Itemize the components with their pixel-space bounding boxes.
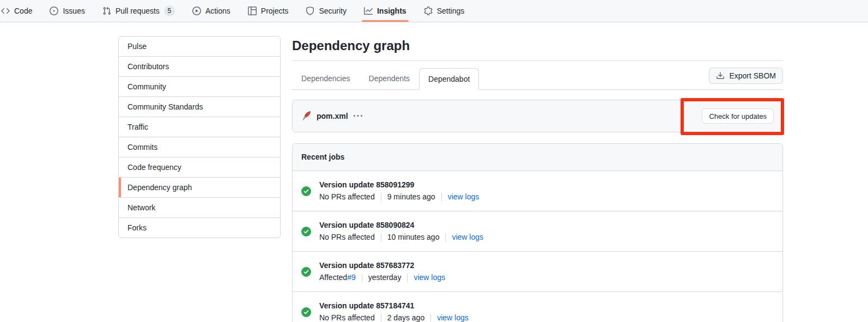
sidebar-item-network[interactable]: Network (119, 197, 280, 217)
export-sbom-button[interactable]: Export SBOM (709, 68, 783, 84)
code-icon (1, 7, 10, 15)
download-icon (716, 71, 725, 80)
nav-item-actions[interactable]: Actions (187, 0, 236, 22)
job-title: Version update 857184741 (319, 300, 469, 312)
gear-icon (424, 7, 433, 15)
nav-item-label: Actions (205, 7, 230, 15)
repo-tab-bar: CodeIssuesPull requests5ActionsProjectsS… (0, 0, 868, 22)
job-details: No PRs affected9 minutes agoview logs (319, 191, 479, 203)
manifest-filename: pom.xml (317, 112, 348, 120)
nav-item-label: Issues (63, 7, 84, 15)
recent-jobs-header: Recent jobs (293, 144, 782, 171)
pipe-divider (445, 233, 446, 242)
job-timestamp: 9 minutes ago (387, 191, 435, 203)
recent-jobs-panel: Recent jobs Version update 858091299No P… (292, 143, 783, 322)
check-for-updates-button[interactable]: Check for updates (702, 108, 774, 124)
manifest-section: pom.xml Check for updates (292, 100, 783, 132)
pipe-divider (381, 193, 381, 202)
sidebar-item-contributors[interactable]: Contributors (119, 56, 280, 76)
nav-item-code[interactable]: Code (0, 0, 38, 22)
jobs-list: Version update 858091299No PRs affected9… (293, 171, 782, 322)
sidebar-item-community-standards[interactable]: Community Standards (119, 96, 280, 117)
view-logs-link[interactable]: view logs (448, 191, 479, 203)
view-logs-link[interactable]: view logs (452, 232, 483, 243)
job-prs-status: No PRs affected (319, 191, 375, 203)
page-content: PulseContributorsCommunityCommunity Stan… (0, 22, 868, 322)
nav-item-label: Pull requests (116, 7, 160, 15)
nav-item-insights[interactable]: Insights (359, 0, 412, 22)
job-title: Version update 858090824 (319, 220, 483, 231)
pipe-divider (381, 233, 381, 242)
nav-item-label: Settings (437, 7, 465, 15)
shield-icon (306, 7, 314, 15)
job-prs-status: Affected (319, 272, 347, 283)
nav-item-security[interactable]: Security (300, 0, 352, 22)
job-row: Version update 857184741No PRs affected2… (293, 291, 782, 322)
job-details: No PRs affected2 days agoview logs (319, 312, 469, 322)
dependency-graph-tabs: DependenciesDependentsDependabot Export … (292, 69, 783, 90)
manifest-row: pom.xml Check for updates (292, 100, 783, 132)
success-check-icon (301, 307, 311, 317)
insights-sidebar: PulseContributorsCommunityCommunity Stan… (118, 36, 281, 238)
job-title: Version update 858091299 (319, 179, 479, 191)
nav-item-label: Projects (261, 7, 289, 15)
job-timestamp: yesterday (368, 272, 402, 283)
tab-dependabot[interactable]: Dependabot (419, 68, 479, 90)
pipe-divider (441, 193, 442, 202)
job-title: Version update 857683772 (319, 260, 445, 271)
job-row: Version update 858091299No PRs affected9… (293, 171, 782, 211)
view-logs-link[interactable]: view logs (437, 312, 469, 322)
job-row: Version update 857683772Affected #9yeste… (293, 251, 782, 291)
sidebar-item-commits[interactable]: Commits (119, 137, 280, 157)
pipe-divider (362, 274, 362, 282)
pipe-divider (381, 314, 381, 322)
sidebar-item-community[interactable]: Community (119, 76, 280, 96)
pipe-divider (430, 314, 431, 322)
tab-dependents[interactable]: Dependents (360, 68, 420, 89)
sidebar-item-forks[interactable]: Forks (119, 217, 280, 238)
sidebar-item-dependency-graph[interactable]: Dependency graph (119, 177, 280, 197)
job-details: No PRs affected10 minutes agoview logs (319, 232, 483, 243)
nav-item-projects[interactable]: Projects (242, 0, 294, 22)
job-timestamp: 2 days ago (387, 312, 425, 322)
job-row: Version update 858090824No PRs affected1… (293, 211, 782, 251)
tab-dependencies[interactable]: Dependencies (292, 68, 360, 89)
pr-icon (102, 7, 111, 15)
affected-pr-link[interactable]: #9 (347, 272, 356, 283)
pipe-divider (407, 274, 408, 282)
sidebar-item-code-frequency[interactable]: Code frequency (119, 157, 280, 177)
pr-count-badge: 5 (164, 5, 175, 16)
issue-icon (50, 7, 58, 15)
view-logs-link[interactable]: view logs (414, 272, 445, 283)
nav-item-label: Code (14, 7, 32, 15)
nav-item-settings[interactable]: Settings (418, 0, 470, 22)
graph-icon (364, 7, 373, 15)
sidebar-item-pulse[interactable]: Pulse (119, 37, 280, 56)
maven-pom-icon (301, 111, 311, 121)
success-check-icon (301, 227, 311, 236)
success-check-icon (301, 267, 311, 277)
sidebar-item-traffic[interactable]: Traffic (119, 117, 280, 137)
job-timestamp: 10 minutes ago (387, 232, 440, 243)
page-title: Dependency graph (292, 38, 783, 54)
nav-item-pull-requests[interactable]: Pull requests5 (97, 0, 180, 22)
job-details: Affected #9yesterdayview logs (319, 272, 445, 283)
table-icon (248, 7, 257, 15)
recent-jobs-title: Recent jobs (301, 153, 344, 161)
nav-item-label: Insights (377, 7, 406, 15)
nav-item-label: Security (319, 7, 347, 15)
success-check-icon (301, 186, 311, 196)
tabs-group: DependenciesDependentsDependabot (292, 68, 479, 89)
title-divider (292, 60, 783, 61)
export-sbom-label: Export SBOM (729, 71, 776, 80)
job-prs-status: No PRs affected (319, 312, 375, 322)
kebab-menu-icon[interactable] (354, 112, 362, 120)
main-panel: Dependency graph DependenciesDependentsD… (292, 36, 783, 322)
play-icon (192, 7, 201, 15)
job-prs-status: No PRs affected (319, 232, 375, 243)
nav-item-issues[interactable]: Issues (44, 0, 90, 22)
